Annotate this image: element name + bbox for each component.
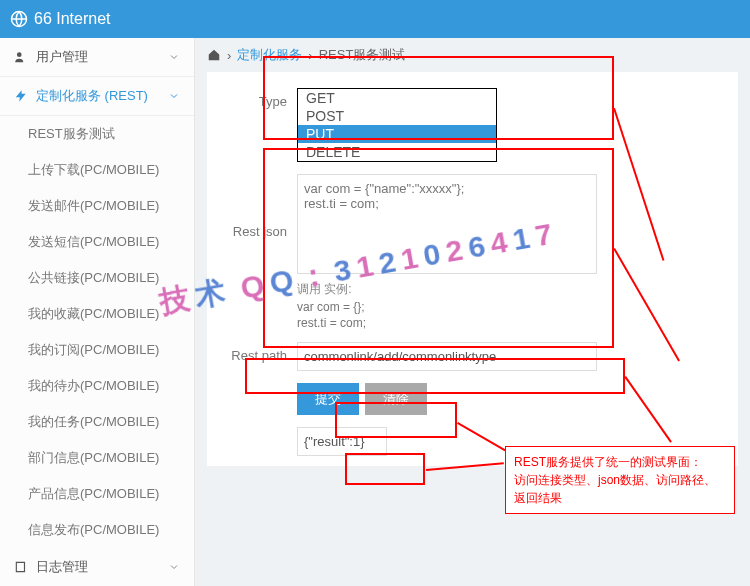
sidebar-item[interactable]: 我的任务(PC/MOBILE) (0, 404, 194, 440)
json-hint: 调用 实例: (297, 281, 728, 298)
type-option[interactable]: DELETE (298, 143, 496, 161)
type-option[interactable]: POST (298, 107, 496, 125)
sidebar-item[interactable]: 我的收藏(PC/MOBILE) (0, 296, 194, 332)
form-panel: Type GETPOSTPUTDELETE Rest json 调用 实例: v… (207, 72, 738, 466)
main-content: › 定制化服务 › REST服务测试 Type GETPOSTPUTDELETE… (195, 38, 750, 586)
breadcrumb-link[interactable]: 定制化服务 (237, 46, 302, 64)
chevron-down-icon (168, 51, 180, 63)
breadcrumb: › 定制化服务 › REST服务测试 (195, 38, 750, 72)
sidebar-item[interactable]: 信息发布(PC/MOBILE) (0, 512, 194, 548)
path-label: Rest path (217, 342, 297, 369)
bolt-icon (14, 89, 28, 103)
rest-json-textarea[interactable] (297, 174, 597, 274)
home-icon[interactable] (207, 48, 221, 62)
json-label: Rest json (217, 174, 297, 245)
sidebar-group-logs[interactable]: 日志管理 (0, 548, 194, 586)
svg-point-1 (17, 52, 22, 57)
sidebar-item[interactable]: REST服务测试 (0, 116, 194, 152)
type-option[interactable]: PUT (298, 125, 496, 143)
sidebar-item[interactable]: 发送短信(PC/MOBILE) (0, 224, 194, 260)
type-option[interactable]: GET (298, 89, 496, 107)
app-header: 66 Internet (0, 0, 750, 38)
sidebar-item[interactable]: 上传下载(PC/MOBILE) (0, 152, 194, 188)
breadcrumb-current: REST服务测试 (319, 46, 406, 64)
clear-button[interactable]: 清除 (365, 383, 427, 415)
users-icon (14, 50, 28, 64)
submit-button[interactable]: 提交 (297, 383, 359, 415)
sidebar-item[interactable]: 我的待办(PC/MOBILE) (0, 368, 194, 404)
sidebar-item[interactable]: 发送邮件(PC/MOBILE) (0, 188, 194, 224)
type-select[interactable]: GETPOSTPUTDELETE (297, 88, 497, 162)
result-output: {"result":1} (297, 427, 387, 456)
type-label: Type (217, 88, 297, 115)
sidebar-item[interactable]: 产品信息(PC/MOBILE) (0, 476, 194, 512)
sidebar-item[interactable]: 我的订阅(PC/MOBILE) (0, 332, 194, 368)
sidebar-item[interactable]: 部门信息(PC/MOBILE) (0, 440, 194, 476)
annotation-callout: REST服务提供了统一的测试界面： 访问连接类型、json数据、访问路径、返回结… (505, 446, 735, 514)
sidebar-group-rest[interactable]: 定制化服务 (REST) (0, 77, 194, 116)
sidebar-group-users[interactable]: 用户管理 (0, 38, 194, 77)
book-icon (14, 560, 28, 574)
chevron-down-icon (168, 561, 180, 573)
rest-path-input[interactable] (297, 342, 597, 371)
globe-icon (10, 10, 28, 28)
sidebar: 用户管理 定制化服务 (REST) REST服务测试上传下载(PC/MOBILE… (0, 38, 195, 586)
sidebar-item[interactable]: 公共链接(PC/MOBILE) (0, 260, 194, 296)
chevron-down-icon (168, 90, 180, 102)
app-title: 66 Internet (34, 10, 111, 28)
